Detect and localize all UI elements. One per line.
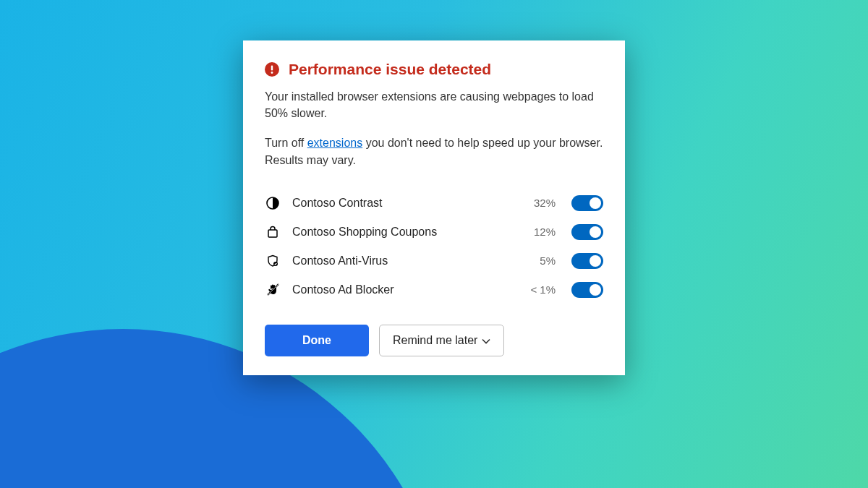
extension-name: Contoso Anti-Virus: [292, 254, 522, 267]
shopping-icon: [265, 224, 281, 240]
svg-point-2: [271, 72, 273, 74]
dialog-message-1: Your installed browser extensions are ca…: [265, 88, 603, 121]
extension-name: Contoso Shopping Coupons: [292, 226, 522, 239]
extension-name: Contoso Ad Blocker: [292, 283, 522, 296]
contrast-icon: [265, 195, 281, 211]
hand-block-icon: [265, 282, 281, 298]
extensions-link[interactable]: extensions: [307, 137, 363, 149]
extension-toggle[interactable]: [571, 282, 603, 298]
extension-row: Contoso Anti-Virus 5%: [265, 247, 603, 275]
extension-toggle[interactable]: [571, 224, 603, 240]
performance-dialog: Performance issue detected Your installe…: [243, 40, 625, 375]
extension-row: Contoso Ad Blocker < 1%: [265, 275, 603, 304]
extension-name: Contoso Contrast: [292, 197, 522, 210]
dialog-title: Performance issue detected: [289, 61, 491, 78]
dialog-buttons: Done Remind me later: [265, 325, 603, 356]
dialog-message-2: Turn off extensions you don't need to he…: [265, 134, 603, 168]
done-button[interactable]: Done: [265, 325, 369, 356]
message-text-before: Turn off: [265, 137, 307, 149]
svg-rect-4: [268, 230, 277, 237]
extension-toggle[interactable]: [571, 253, 603, 269]
alert-icon: [265, 62, 279, 77]
extension-row: Contoso Shopping Coupons 12%: [265, 218, 603, 247]
extension-toggle[interactable]: [571, 195, 603, 211]
extension-impact: < 1%: [522, 283, 556, 296]
shield-icon: [265, 253, 281, 269]
remind-label: Remind me later: [393, 334, 477, 347]
extension-impact: 5%: [522, 254, 556, 267]
extension-impact: 32%: [522, 197, 556, 209]
svg-rect-1: [271, 66, 273, 71]
remind-later-button[interactable]: Remind me later: [379, 325, 504, 356]
chevron-down-icon: [482, 334, 490, 347]
extensions-list: Contoso Contrast 32% Contoso Shopping Co…: [265, 189, 603, 304]
dialog-header: Performance issue detected: [265, 61, 603, 78]
extension-row: Contoso Contrast 32%: [265, 189, 603, 218]
extension-impact: 12%: [522, 226, 556, 238]
